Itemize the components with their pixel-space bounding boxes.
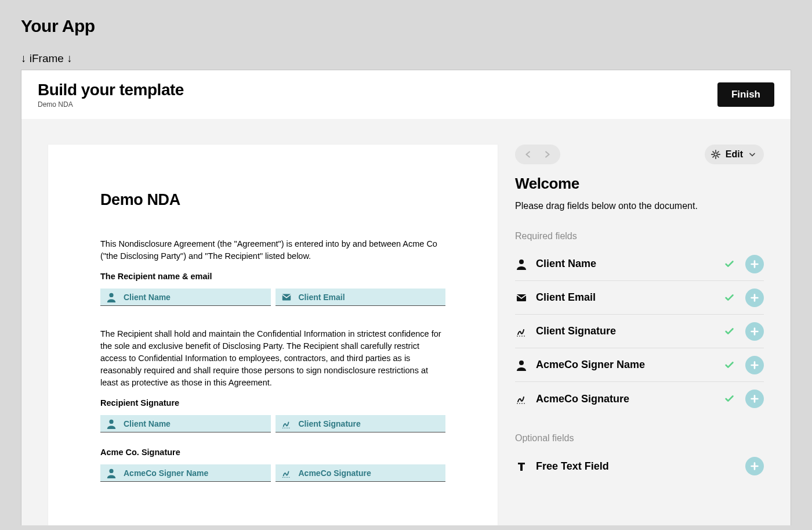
person-icon xyxy=(515,359,528,371)
field-label: AcmeCo Signer Name xyxy=(124,468,208,478)
page-subtitle: Demo NDA xyxy=(38,100,184,109)
add-field-button[interactable] xyxy=(745,457,764,475)
field-item[interactable]: Client Name xyxy=(515,247,764,281)
field-name: Client Signature xyxy=(536,325,716,337)
field-label: AcmeCo Signature xyxy=(299,468,371,478)
field-label: Client Email xyxy=(299,293,345,302)
field-label: Client Name xyxy=(124,419,171,428)
add-field-button[interactable] xyxy=(745,390,764,408)
finish-button[interactable]: Finish xyxy=(717,82,774,107)
recipient-signature-label: Recipient Signature xyxy=(100,397,445,409)
signature-icon xyxy=(281,468,292,478)
workspace: Demo NDA This Nondisclosure Agreement (t… xyxy=(21,119,791,525)
app-title: Your App xyxy=(21,16,791,36)
mail-icon xyxy=(281,292,292,302)
add-field-button[interactable] xyxy=(745,255,764,273)
sidebar-instruction: Please drag fields below onto the docume… xyxy=(515,201,764,211)
recipient-label: The Recipient name & email xyxy=(100,271,445,283)
edit-label: Edit xyxy=(726,149,743,160)
required-fields-list: Client NameClient EmailClient SignatureA… xyxy=(515,247,764,416)
gear-icon xyxy=(710,149,721,160)
mail-icon xyxy=(515,292,528,304)
required-fields-label: Required fields xyxy=(515,231,764,241)
sidebar: Edit Welcome Please drag fields below on… xyxy=(515,145,764,525)
edit-dropdown[interactable]: Edit xyxy=(705,145,764,164)
field-name: AcmeCo Signer Name xyxy=(536,359,716,371)
add-field-button[interactable] xyxy=(745,356,764,374)
document-title: Demo NDA xyxy=(100,191,445,209)
person-icon xyxy=(515,258,528,270)
add-field-button[interactable] xyxy=(745,322,764,341)
iframe-label: ↓ iFrame ↓ xyxy=(21,52,791,65)
field-item[interactable]: AcmeCo Signer Name xyxy=(515,348,764,382)
field-client-signature[interactable]: Client Signature xyxy=(276,415,446,432)
field-client-email[interactable]: Client Email xyxy=(276,289,446,306)
optional-fields-label: Optional fields xyxy=(515,433,764,444)
text-icon xyxy=(515,460,528,472)
field-item[interactable]: AcmeCo Signature xyxy=(515,382,764,416)
person-icon xyxy=(106,419,117,429)
field-name: Client Email xyxy=(536,291,716,304)
person-icon xyxy=(106,468,117,478)
field-item[interactable]: Free Text Field xyxy=(515,449,764,483)
field-name: Free Text Field xyxy=(536,460,737,473)
field-label: Client Name xyxy=(124,293,171,302)
field-item[interactable]: Client Signature xyxy=(515,315,764,348)
field-acme-signature[interactable]: AcmeCo Signature xyxy=(276,464,446,482)
field-label: Client Signature xyxy=(299,419,361,428)
check-icon xyxy=(724,394,735,404)
person-icon xyxy=(106,292,117,302)
acme-signature-label: Acme Co. Signature xyxy=(100,446,445,459)
signature-icon xyxy=(515,326,528,337)
field-client-name[interactable]: Client Name xyxy=(100,289,271,306)
undo-button[interactable] xyxy=(523,149,534,160)
field-recipient-name-sig[interactable]: Client Name xyxy=(100,415,271,432)
field-name: Client Name xyxy=(536,258,716,270)
undo-redo-group xyxy=(515,145,560,164)
field-acme-name[interactable]: AcmeCo Signer Name xyxy=(100,464,271,482)
check-icon xyxy=(724,259,735,269)
optional-fields-list: Free Text Field xyxy=(515,449,764,483)
redo-button[interactable] xyxy=(542,149,552,160)
signature-icon xyxy=(515,393,528,405)
topbar: Build your template Demo NDA Finish xyxy=(21,70,791,119)
check-icon xyxy=(724,293,735,303)
iframe-container: Build your template Demo NDA Finish Demo… xyxy=(21,70,791,525)
field-name: AcmeCo Signature xyxy=(536,393,716,405)
add-field-button[interactable] xyxy=(745,289,764,307)
document-intro: This Nondisclosure Agreement (the "Agree… xyxy=(100,238,445,262)
sidebar-title: Welcome xyxy=(515,175,764,193)
document-body: The Recipient shall hold and maintain th… xyxy=(100,328,445,389)
check-icon xyxy=(724,360,735,370)
chevron-down-icon xyxy=(748,150,757,159)
check-icon xyxy=(724,326,735,337)
document-preview[interactable]: Demo NDA This Nondisclosure Agreement (t… xyxy=(48,145,498,525)
signature-icon xyxy=(281,419,292,429)
field-item[interactable]: Client Email xyxy=(515,281,764,315)
page-title: Build your template xyxy=(38,81,184,99)
